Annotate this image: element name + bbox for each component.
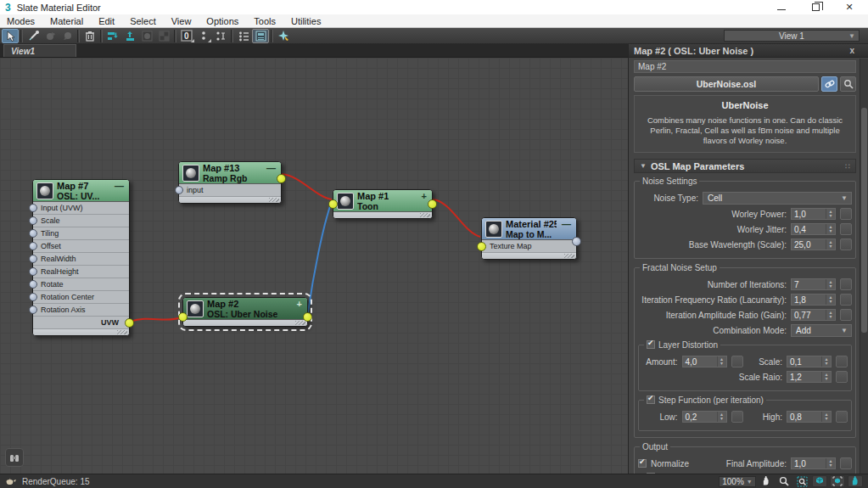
node-output-row[interactable]: UVW xyxy=(33,317,129,329)
map-slot-button[interactable] xyxy=(836,356,848,367)
node-input-row[interactable]: Input (UVW) xyxy=(33,202,129,215)
pan-hand-icon[interactable] xyxy=(759,475,774,487)
spinner-arrows-icon[interactable]: ▴▾ xyxy=(826,224,835,234)
menu-view[interactable]: View xyxy=(171,16,192,26)
wire-map1-to-mat25[interactable] xyxy=(433,199,480,237)
input-socket-connected[interactable] xyxy=(328,199,338,209)
show-slots-icon[interactable] xyxy=(195,29,212,43)
select-by-material-icon[interactable] xyxy=(275,29,292,43)
node-footer[interactable] xyxy=(482,253,576,259)
scale-ratio-spinner[interactable]: 1,2▴▾ xyxy=(787,371,832,383)
output-socket[interactable] xyxy=(572,237,581,246)
eyedropper-icon[interactable] xyxy=(25,29,42,43)
pick-material-icon[interactable] xyxy=(59,29,76,43)
spinner-arrows-icon[interactable]: ▴▾ xyxy=(826,279,835,289)
map-slot-button[interactable] xyxy=(731,356,743,367)
spinner-arrows-icon[interactable]: ▴▾ xyxy=(821,356,831,367)
pan-tool-button[interactable] xyxy=(5,448,24,467)
zoom-region-icon[interactable] xyxy=(794,475,809,487)
minimize-icon[interactable]: — xyxy=(560,220,573,229)
map-slot-button[interactable] xyxy=(840,208,852,220)
input-socket[interactable] xyxy=(29,216,37,225)
node-map13[interactable]: Map #13 Ramp Rgb — input xyxy=(178,161,282,204)
menu-select[interactable]: Select xyxy=(130,16,156,26)
node-input-row[interactable]: Rotation Center xyxy=(33,291,129,304)
input-socket[interactable] xyxy=(29,267,37,276)
minimize-icon[interactable]: — xyxy=(265,164,277,173)
move-children-icon[interactable] xyxy=(104,29,121,43)
spinner-arrows-icon[interactable]: ▴▾ xyxy=(717,356,726,367)
node-header[interactable]: Map #13 Ramp Rgb — xyxy=(179,162,281,184)
assign-material-icon[interactable] xyxy=(42,29,59,43)
show-in-viewport-icon[interactable]: 0 xyxy=(178,29,195,43)
input-socket[interactable] xyxy=(29,280,37,289)
shader-file-button[interactable]: UberNoise.osl xyxy=(634,76,819,92)
zoom-level-dropdown[interactable]: 100% ▼ xyxy=(719,476,756,487)
map-slot-button[interactable] xyxy=(836,411,848,423)
panel-close-icon[interactable]: x xyxy=(849,46,863,55)
zoom-extents-selected-icon[interactable] xyxy=(830,475,845,487)
node-footer[interactable] xyxy=(179,197,281,203)
node-footer[interactable] xyxy=(33,329,129,335)
node-header[interactable]: Material #25 Map to M... — xyxy=(482,218,576,240)
map-slot-button[interactable] xyxy=(840,309,852,321)
step-function-iteration-checkbox[interactable] xyxy=(647,395,655,404)
input-socket[interactable] xyxy=(29,229,37,238)
noise-type-dropdown[interactable]: Cell ▼ xyxy=(703,192,852,205)
input-socket[interactable] xyxy=(29,306,37,314)
link-icon[interactable] xyxy=(821,76,837,92)
gain-spinner[interactable]: 0,77▴▾ xyxy=(791,309,836,321)
spinner-arrows-icon[interactable]: ▴▾ xyxy=(821,412,831,422)
node-header[interactable]: Map #2 OSL: Uber Noise + xyxy=(183,298,307,320)
node-input-row[interactable]: RealHeight xyxy=(33,266,129,278)
input-socket[interactable] xyxy=(29,204,37,212)
node-footer[interactable] xyxy=(183,320,307,326)
worley-jitter-spinner[interactable]: 0,4▴▾ xyxy=(791,223,836,235)
spinner-arrows-icon[interactable]: ▴▾ xyxy=(826,458,835,468)
map-slot-button[interactable] xyxy=(840,238,852,250)
wire-map2-to-map1[interactable] xyxy=(308,201,332,312)
output-socket-connected[interactable] xyxy=(428,199,437,209)
spinner-arrows-icon[interactable]: ▴▾ xyxy=(826,294,835,305)
node-input-row[interactable]: Offset xyxy=(33,240,129,253)
node-header[interactable]: Map #7 OSL: UV... — xyxy=(33,180,129,202)
input-socket[interactable] xyxy=(29,242,37,250)
node-footer[interactable] xyxy=(333,212,432,218)
spinner-arrows-icon[interactable]: ▴▾ xyxy=(826,209,835,219)
node-mat25[interactable]: Material #25 Map to M... — Texture Map xyxy=(481,217,577,260)
output-socket-connected[interactable] xyxy=(277,174,286,183)
iterations-spinner[interactable]: 7▴▾ xyxy=(791,278,836,290)
menu-options[interactable]: Options xyxy=(206,16,238,26)
map-slot-button[interactable] xyxy=(840,457,852,469)
lacunarity-spinner[interactable]: 1,8▴▾ xyxy=(791,294,836,306)
node-input-row[interactable]: input xyxy=(179,184,281,197)
spinner-arrows-icon[interactable]: ▴▾ xyxy=(826,239,835,250)
spinner-arrows-icon[interactable]: ▴▾ xyxy=(717,412,726,422)
menu-edit[interactable]: Edit xyxy=(98,16,115,26)
input-socket[interactable] xyxy=(29,255,37,263)
tab-view1[interactable]: View1 xyxy=(3,44,76,57)
node-input-row[interactable]: Scale xyxy=(33,215,129,227)
input-socket[interactable] xyxy=(175,186,183,194)
restore-button[interactable] xyxy=(810,3,820,13)
node-map2[interactable]: Map #2 OSL: Uber Noise + xyxy=(182,297,308,327)
map-slot-button[interactable] xyxy=(731,411,743,423)
node-input-row[interactable]: Texture Map xyxy=(482,240,576,253)
base-wavelength-spinner[interactable]: 25,0▴▾ xyxy=(791,238,836,250)
menu-material[interactable]: Material xyxy=(50,16,83,26)
high-spinner[interactable]: 0,8▴▾ xyxy=(787,411,832,423)
node-map1[interactable]: Map #1 Toon + xyxy=(333,189,433,219)
input-socket-connected[interactable] xyxy=(477,242,486,251)
minimize-icon[interactable]: — xyxy=(113,182,126,191)
expand-icon[interactable]: + xyxy=(295,300,304,309)
input-socket-connected[interactable] xyxy=(178,312,188,322)
background-preview-icon[interactable] xyxy=(155,29,172,43)
node-input-row[interactable]: RealWidth xyxy=(33,253,129,266)
worley-power-spinner[interactable]: 1,0▴▾ xyxy=(791,208,836,220)
output-socket-connected[interactable] xyxy=(303,312,312,322)
layer-distortion-checkbox[interactable] xyxy=(647,340,655,349)
spinner-arrows-icon[interactable]: ▴▾ xyxy=(821,372,831,382)
panel-scrollbar[interactable] xyxy=(860,59,868,474)
layout-all-icon[interactable] xyxy=(121,29,138,43)
wire-map13-to-map1[interactable] xyxy=(282,174,332,199)
